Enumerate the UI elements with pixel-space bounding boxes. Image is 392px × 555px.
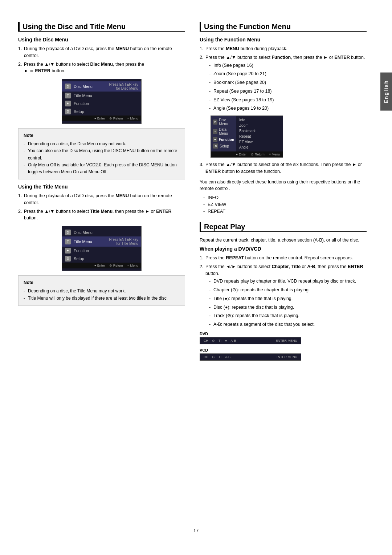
func-step-3: 3. Press the ▲/▼ buttons to select one o… <box>200 161 367 175</box>
setup-icon: ⚙ <box>65 109 71 114</box>
title-menu-mockup: D Disc Menu T Title Menu Press ENTER key… <box>62 226 142 271</box>
fmr-ezview: EZ View <box>239 139 280 145</box>
function-menu-steps: 1. Press the MENU button during playback… <box>200 45 367 112</box>
fml-disc: D Disc Menu <box>213 117 234 127</box>
title-step-1: 1. During the playback of a DVD disc, pr… <box>18 193 185 206</box>
fmr-angle: Angle <box>239 145 280 150</box>
func-step-1: 1. Press the MENU button during playback… <box>200 45 367 52</box>
disc-menu-bottom-bar: ● Enter ⊙ Return ≡ Menu <box>62 116 141 121</box>
repeat-steps: 1. Press the REPEAT button on the remote… <box>200 255 367 328</box>
disc-menu-item-func: ✦ Function <box>62 100 141 108</box>
func-menu-bottom-bar: ● Enter ⊙ Return ≡ Menu <box>211 151 283 157</box>
vcd-repeat-bar: CH ⊙ TI A-B ENTER MENU <box>200 353 301 361</box>
title-menu-steps: 1. During the playback of a DVD disc, pr… <box>18 193 185 222</box>
title-menu-item-func: ✦ Function <box>62 247 141 255</box>
function-menu-screen: D Disc Menu ≡ Data Menu ✦ Function <box>211 116 283 158</box>
left-column: Using the Disc and Title Menu Using the … <box>18 22 185 520</box>
fmr-bookmark: Bookmark <box>239 128 280 134</box>
title-menu-item-title: T Title Menu Press ENTER keyfor Title Me… <box>62 236 141 247</box>
title-menu-screen: D Disc Menu T Title Menu Press ENTER key… <box>62 226 142 271</box>
dvd-repeat-bar: CH ⊙ TI ● A-B ENTER MENU <box>200 337 301 344</box>
repeat-step2-subitems: DVD repeats play by chapter or title, VC… <box>205 278 367 328</box>
vcd-repeat-screen: VCD CH ⊙ TI A-B ENTER MENU <box>200 348 367 361</box>
function-menu-mockup: D Disc Menu ≡ Data Menu ✦ Function <box>211 116 367 158</box>
repeat-play-section: Repeat Play Repeat the current track, ch… <box>200 222 367 361</box>
disc-title-main-heading: Using the Disc and Title Menu <box>18 22 185 32</box>
title-note-1: Depending on a disc, the Title Menu may … <box>24 288 180 295</box>
function-icon2: ✦ <box>65 248 71 254</box>
func-menu-left-panel: D Disc Menu ≡ Data Menu ✦ Function <box>211 116 236 151</box>
fmr-repeat: Repeat <box>239 134 280 139</box>
repeat-step-2: 2. Press the ◄/► buttons to select Chapt… <box>200 263 367 328</box>
vcd-label: VCD <box>200 348 367 352</box>
dvd-label: DVD <box>200 332 367 336</box>
repeat-play-heading: Repeat Play <box>200 222 367 232</box>
disc-note-1: Depending on a disc, the Disc Menu may n… <box>24 141 180 147</box>
title-menu-item-disc: D Disc Menu <box>62 228 141 236</box>
func-menu-right-panel: Info Zoom Bookmark Repeat EZ View Angle <box>236 116 283 151</box>
func-step2-subitems: Info (See pages 16) Zoom (See page 20 to… <box>205 62 367 112</box>
function-menu-subheading: Using the Function Menu <box>200 37 367 42</box>
disc-menu-note: Note Depending on a disc, the Disc Menu … <box>18 128 185 179</box>
dvd-repeat-screen: DVD CH ⊙ TI ● A-B ENTER MENU <box>200 332 367 344</box>
disc-icon: D <box>65 84 71 89</box>
func-direct-select-text: You can also directly select these funct… <box>200 179 367 193</box>
disc-note-3: Only Menu Off is available for VCD2.0. E… <box>24 162 180 175</box>
disc-menu-steps: 1. During the playback of a DVD disc, pr… <box>18 45 185 74</box>
title-note-2: Title Menu will only be displayed if the… <box>24 295 180 302</box>
title-menu-heading: Using the Title Menu <box>18 184 185 190</box>
dvd-vcd-heading: When playing a DVD/VCD <box>200 246 367 252</box>
repeat-play-intro: Repeat the current track, chapter, title… <box>200 237 367 244</box>
title-menu-item-setup: ⚙ Setup <box>62 255 141 263</box>
title-icon: T <box>65 93 71 98</box>
page-number: 17 <box>18 528 374 533</box>
disc-step-1: 1. During the playback of a DVD disc, pr… <box>18 45 185 59</box>
disc-menu-item-setup: ⚙ Setup <box>62 108 141 116</box>
disc-step-2: 2. Press the ▲/▼ buttons to select Disc … <box>18 61 185 75</box>
right-column: Using the Function Menu Using the Functi… <box>200 22 367 520</box>
disc-title-section: Using the Disc and Title Menu Using the … <box>18 22 185 306</box>
disc-menu-heading: Using the Disc Menu <box>18 37 185 42</box>
fmr-zoom: Zoom <box>239 123 280 128</box>
disc-note-2: You can also use the Disc Menu, using th… <box>24 147 180 161</box>
fmr-info: Info <box>239 117 280 123</box>
function-menu-main-heading: Using the Function Menu <box>200 22 367 32</box>
title-icon2: T <box>65 239 71 244</box>
func-direct-select-list: INFO EZ VIEW REPEAT <box>200 194 367 215</box>
disc-menu-mockup: D Disc Menu Press ENTER keyfor Disc Menu… <box>62 79 142 124</box>
setup-icon2: ⚙ <box>65 256 71 262</box>
func-step-2: 2. Press the ▲/▼ buttons to select Funct… <box>200 54 367 112</box>
fml-function: ✦ Function <box>213 136 234 143</box>
fml-setup: ⚙ Setup <box>213 143 234 149</box>
title-menu-bottom-bar: ● Enter ⊙ Return ≡ Menu <box>62 263 141 268</box>
repeat-step-1: 1. Press the REPEAT button on the remote… <box>200 255 367 262</box>
title-menu-note: Note Depending on a disc, the Title Menu… <box>18 275 185 306</box>
fml-data: ≡ Data Menu <box>213 127 234 136</box>
disc-icon2: D <box>65 230 71 235</box>
function-menu-section: Using the Function Menu Using the Functi… <box>200 22 367 215</box>
function-icon: ✦ <box>65 101 71 106</box>
disc-menu-item-title: T Title Menu <box>62 92 141 100</box>
disc-menu-item-disc: D Disc Menu Press ENTER keyfor Disc Menu <box>62 81 141 92</box>
title-step-2: 2. Press the ▲/▼ buttons to select Title… <box>18 208 185 222</box>
disc-menu-screen: D Disc Menu Press ENTER keyfor Disc Menu… <box>62 79 142 124</box>
